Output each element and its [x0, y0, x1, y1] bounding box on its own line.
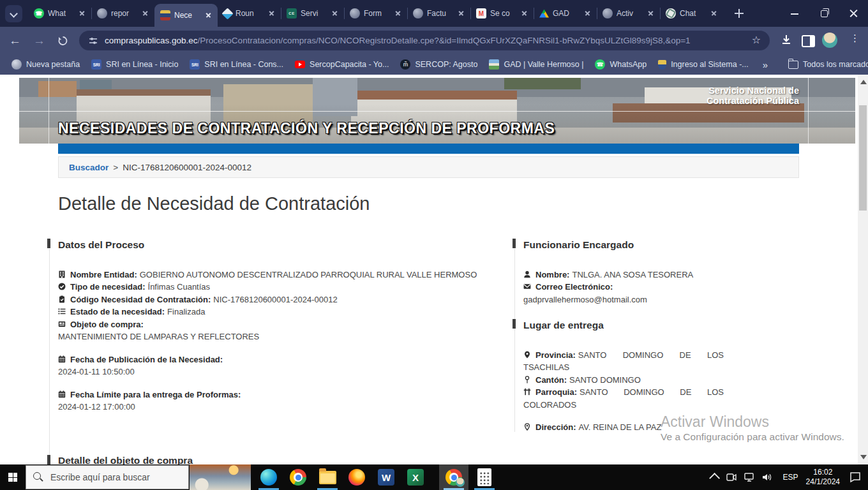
landscape-icon: [489, 59, 499, 70]
scrollbar-thumb[interactable]: [859, 105, 867, 211]
bookmark-sercopcapacita[interactable]: SercopCapacita - Yo...: [295, 60, 389, 69]
address-bar[interactable]: compraspublicas.gob.ec/ProcesoContrataci…: [79, 31, 770, 50]
section-heading: Funcionario Encargado: [523, 239, 724, 251]
forward-button[interactable]: [33, 34, 45, 48]
taskbar-edge[interactable]: [254, 464, 283, 490]
tab-close-icon[interactable]: [646, 8, 656, 19]
reload-button[interactable]: [57, 35, 68, 46]
banner-title: NECESIDADES DE CONTRATACIÓN Y RECEPCIÓN …: [58, 120, 555, 137]
bookmark-sercop-agosto[interactable]: SERCOP: Agosto: [400, 59, 477, 70]
agency-line: Servicio Nacional de: [707, 85, 799, 96]
profile-avatar[interactable]: [822, 33, 837, 48]
calendar-icon: [58, 355, 66, 363]
bookmark-gad-valle-hermoso[interactable]: GAD | Valle Hermoso |: [489, 59, 583, 70]
sri-icon: [190, 59, 200, 70]
field-row: Fecha de Publicación de la Necesidad: 20…: [58, 353, 481, 378]
tab-close-icon[interactable]: [330, 8, 340, 19]
bookmark-nueva-pestana[interactable]: Nueva pestaña: [11, 59, 80, 70]
field-label: Dirección:: [535, 422, 576, 432]
tab-close-icon[interactable]: [520, 8, 530, 19]
taskbar-firefox[interactable]: [342, 464, 371, 490]
tab-close-icon[interactable]: [583, 8, 593, 19]
tab-formulario[interactable]: Form: [344, 0, 407, 27]
roundcube-icon: [221, 8, 233, 19]
globe-icon: [413, 8, 423, 19]
tab-close-icon[interactable]: [393, 8, 403, 19]
taskbar-chrome-profile-active[interactable]: [439, 464, 468, 490]
all-bookmarks-button[interactable]: Todos los marcadores: [788, 59, 868, 70]
tab-close-icon[interactable]: [267, 8, 277, 19]
field-row: Provincia:SANTO DOMINGO DE LOS TSACHILAS: [523, 349, 724, 374]
browser-menu-icon[interactable]: [850, 33, 860, 48]
close-button[interactable]: [839, 0, 868, 27]
chatgpt-icon: [666, 8, 676, 19]
tab-close-icon[interactable]: [204, 10, 214, 20]
taskbar-file-explorer[interactable]: [313, 464, 342, 490]
tab-gmail[interactable]: Se co: [470, 0, 534, 27]
taskbar-chrome[interactable]: [283, 464, 313, 490]
bookmark-whatsapp[interactable]: WhatsApp: [595, 59, 647, 70]
tab-title: Activ: [617, 9, 646, 18]
page-scrollbar[interactable]: [858, 75, 868, 464]
new-tab-button[interactable]: [731, 6, 747, 21]
back-button[interactable]: [9, 34, 21, 48]
tab-factura[interactable]: Factu: [407, 0, 470, 27]
tab-servicio[interactable]: Servi: [281, 0, 344, 27]
network-icon[interactable]: [744, 472, 755, 482]
bookmark-ingreso-sistema[interactable]: Ingreso al Sistema -...: [658, 60, 749, 70]
taskbar-calculator[interactable]: [470, 464, 499, 490]
start-button[interactable]: [0, 464, 26, 490]
news-weather-widget[interactable]: [190, 464, 251, 490]
tab-close-icon[interactable]: [77, 8, 87, 19]
tab-close-icon[interactable]: [140, 8, 151, 19]
tab-search-button[interactable]: [5, 5, 22, 22]
language-indicator[interactable]: ESP: [783, 473, 798, 482]
bookmark-sri-consultas[interactable]: SRI en Línea - Cons...: [190, 59, 283, 70]
meet-now-icon[interactable]: [726, 472, 737, 482]
tab-chatgpt[interactable]: Chat: [660, 0, 723, 27]
volume-icon[interactable]: [761, 472, 773, 482]
site-settings-icon[interactable]: [88, 36, 98, 46]
side-panel-icon[interactable]: [802, 35, 815, 47]
taskbar-search-input[interactable]: [26, 465, 189, 489]
field-label: Objeto de compra:: [70, 320, 144, 329]
taskbar-word[interactable]: [371, 464, 401, 490]
scrollbar-down-arrow[interactable]: [860, 455, 867, 459]
tab-close-icon[interactable]: [709, 8, 719, 19]
tab-strip: What repor Nece Roun Servi Form Factu Se…: [28, 0, 723, 27]
section-heading: Lugar de entrega: [523, 319, 724, 332]
tab-report[interactable]: repor: [91, 0, 154, 27]
section-heading: Datos del Proceso: [58, 239, 481, 251]
minimize-button[interactable]: [780, 0, 809, 27]
tab-activar[interactable]: Activ: [597, 0, 660, 27]
map-pin-icon: [523, 376, 531, 383]
breadcrumb-link-buscador[interactable]: Buscador: [69, 163, 108, 172]
field-row: Nombre Entidad:GOBIERNO AUTONOMO DESCENT…: [58, 269, 481, 281]
bookmarks-overflow-chevron[interactable]: »: [763, 59, 768, 70]
tray-expand-chevron-icon[interactable]: [712, 473, 719, 481]
downloads-icon[interactable]: [780, 33, 793, 48]
clock[interactable]: 16:02 24/1/2024: [806, 468, 840, 487]
official-and-delivery-section: Funcionario Encargado Nombre:TNLGA. ANA …: [523, 239, 724, 434]
web-page: NECESIDADES DE CONTRATACIÓN Y RECEPCIÓN …: [0, 75, 868, 464]
globe-icon: [350, 8, 360, 19]
action-center-icon[interactable]: [849, 471, 862, 483]
taskbar-excel[interactable]: [401, 464, 430, 490]
scrollbar-up-arrow[interactable]: [860, 80, 867, 84]
windows-logo-icon: [8, 473, 17, 482]
bookmark-sri-inicio[interactable]: SRI en Línea - Inicio: [91, 59, 178, 70]
gate-icon: [523, 388, 531, 396]
tab-title: GAD: [553, 9, 583, 18]
field-value: Finalizada: [167, 307, 205, 316]
tab-close-icon[interactable]: [456, 8, 467, 19]
chrome-icon: [290, 469, 306, 486]
bookmark-label: GAD | Valle Hermoso |: [504, 60, 583, 69]
tab-necesidades-active[interactable]: Nece: [154, 4, 218, 27]
restore-button[interactable]: [809, 0, 839, 27]
drive-icon: [539, 10, 549, 18]
bookmark-star-icon[interactable]: [752, 34, 761, 46]
tab-whatsapp[interactable]: What: [28, 0, 91, 27]
section-divider-line: [514, 249, 515, 432]
tab-roundcube[interactable]: Roun: [218, 0, 281, 27]
tab-drive[interactable]: GAD: [534, 0, 597, 27]
